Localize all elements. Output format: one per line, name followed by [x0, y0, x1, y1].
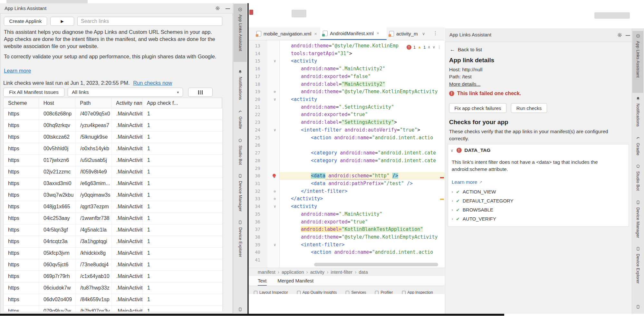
panel-minimize-icon[interactable] — [626, 35, 630, 36]
tool-strip-tab-gradle[interactable]: Gradle — [632, 135, 644, 155]
table-row[interactable]: https069p7r79rh/c1x64yab10.MainActivity1 — [4, 271, 223, 282]
code-line[interactable]: 16android:name=".MainActivity2" — [249, 65, 445, 73]
left-window-titlebar[interactable]: App Links Assistant — [0, 3, 233, 14]
fix-all-manifest-issues-button[interactable]: Fix All Manifest Issues — [3, 88, 64, 97]
table-row[interactable]: https00v5hhld0j/o0xhs14ykb.MainActivity1 — [4, 143, 223, 155]
tool-strip-tab-studio-bot[interactable]: Studio Bot — [233, 138, 247, 165]
close-tab-icon[interactable]: × — [314, 31, 317, 36]
code-line[interactable]: 19⊖android:theme="@style/Theme.KotlinEmp… — [249, 88, 445, 96]
code-line[interactable]: 36android:exported="true" — [249, 218, 445, 226]
column-header[interactable]: App check f... — [142, 98, 222, 109]
assistant-panel-titlebar[interactable]: App Links Assistant — [445, 28, 632, 42]
table-row[interactable]: https048jg1x665/qgrt37ezpm.MainActivity1 — [4, 201, 223, 213]
code-line[interactable]: 38android:theme="@style/Theme.KotlinEmpt… — [249, 233, 445, 241]
table-row[interactable]: https04r5lqn3gf/4g5nalc1la.MainActivity1 — [4, 224, 223, 236]
tool-strip-tab-device-manager[interactable]: Device Manager — [632, 200, 644, 238]
code-line[interactable]: 35android:name=".MainActivity" — [249, 211, 445, 218]
code-line[interactable]: 23android:label="SettingsActivity"> — [249, 119, 445, 126]
editor-tab-activity_m[interactable]: activity_m — [387, 27, 419, 40]
left-gear-icon[interactable] — [215, 6, 220, 12]
view-tab-text[interactable]: Text — [258, 278, 267, 286]
configure-columns-button[interactable] — [188, 88, 213, 97]
partial-tool-icon[interactable] — [238, 307, 242, 313]
code-line[interactable]: 40<action android:name="android.intent.a… — [249, 249, 445, 256]
code-line[interactable]: 17android:exported="false" — [249, 73, 445, 81]
table-row[interactable]: https008c6z68np/407e09q5x0.MainActivity1 — [4, 108, 223, 120]
panel-gear-icon[interactable] — [617, 33, 622, 39]
tool-strip-tab-notifications[interactable]: Notifications — [632, 96, 644, 127]
code-line[interactable]: 32⊖</intent-filter> — [249, 188, 445, 195]
learn-more-link[interactable]: Learn more — [4, 67, 31, 74]
tool-strip-tab-app-links-assistant[interactable]: App Links Assistant — [632, 34, 644, 78]
table-row[interactable]: https06ciudok7w/tu87hwp33z.MainActivity1 — [4, 282, 223, 294]
run-checks-now-link[interactable]: Run checks now — [133, 80, 172, 86]
prev-issue-icon[interactable]: ∧ — [428, 45, 430, 49]
more-details-link[interactable]: More details... — [449, 81, 480, 88]
code-line[interactable]: 18android:label="MainActivity2" — [249, 81, 445, 88]
data-tag-row[interactable]: ∨ ! DATA_TAG — [450, 147, 490, 153]
table-row[interactable]: https03wq7w2kbu/y0qqimaw3s.MainActivity1 — [4, 190, 223, 201]
fix-app-check-failures-button[interactable]: Fix app check failures — [449, 103, 506, 113]
code-line[interactable]: 31<data android:pathPrefix="/test" /> — [249, 180, 445, 188]
horizontal-scrollbar-thumb[interactable] — [314, 263, 438, 266]
table-row[interactable]: https00tskcza62/5lknugk9se.MainActivity1 — [4, 132, 223, 143]
links-filter-dropdown[interactable]: All links ▾ — [68, 88, 183, 97]
create-applink-button[interactable]: Create Applink — [4, 17, 47, 26]
statusbar-item-profiler[interactable]: Profiler — [375, 290, 393, 294]
code-line[interactable]: 21android:name=".SettingsActivity" — [249, 104, 445, 111]
check-row-browsable[interactable]: ›✔BROWSABLE — [452, 207, 493, 212]
fold-chevron-icon[interactable]: ∨ — [272, 126, 278, 134]
statusbar-item-app-inspection[interactable]: App Inspection — [402, 290, 433, 294]
run-checks-button[interactable]: Run checks — [511, 103, 547, 113]
statusbar-item-services[interactable]: Services — [346, 290, 366, 294]
column-header[interactable]: Host — [39, 98, 76, 109]
breadcrumb-item-application[interactable]: application — [282, 270, 304, 275]
error-stripe-red-mark[interactable] — [440, 177, 444, 178]
tool-strip-tab-app-links-assistant[interactable]: App Links Assistant — [233, 7, 247, 51]
table-row[interactable]: https05kfcp3jvm/khidckix8g.MainActivity1 — [4, 248, 223, 259]
table-row[interactable]: https017jwlxzn6/u5t2usab5j.MainActivity1 — [4, 155, 223, 166]
breadcrumb-item-manifest[interactable]: manifest — [258, 270, 275, 275]
code-line[interactable]: 37android:label="KotlinBlankTestApplicat… — [249, 226, 445, 233]
left-minimize-icon[interactable] — [226, 8, 230, 9]
data-tag-learn-more[interactable]: Learn more ↗ — [452, 179, 482, 185]
fold-chevron-icon[interactable]: ∨ — [272, 241, 278, 249]
column-header[interactable]: Activity name — [111, 98, 142, 109]
tab-kebab-icon[interactable]: ⋮ — [433, 30, 438, 36]
code-line[interactable]: 26 — [249, 142, 445, 149]
code-line[interactable]: 28<category android:name="android.intent… — [249, 157, 445, 165]
check-row-auto_verify[interactable]: ›✔AUTO_VERIFY — [452, 216, 496, 222]
editor-tab-AndroidManifest.xml[interactable]: AndroidManifest.xml× — [320, 27, 387, 40]
tool-strip-tab-studio-bot[interactable]: Studio Bot — [632, 164, 644, 191]
tool-strip-tab-device-explorer[interactable]: Device Explorer — [632, 246, 644, 284]
table-row[interactable]: https04ic253aay/1wwnfbr738.MainActivity1 — [4, 213, 223, 224]
search-links-input[interactable] — [77, 17, 222, 26]
next-issue-icon[interactable]: ∨ — [432, 45, 435, 49]
run-play-button[interactable]: ▶ — [50, 17, 74, 26]
error-count-icon[interactable]: ! — [407, 45, 411, 50]
code-line[interactable]: 24∨<intent-filter android:autoVerify="tr… — [249, 126, 445, 134]
code-line[interactable]: 22android:exported="true" — [249, 111, 445, 119]
breadcrumb-item-intent-filter[interactable]: intent-filter — [331, 270, 352, 275]
code-line[interactable]: 27<category android:name="android.intent… — [249, 149, 445, 157]
view-tab-merged-manifest[interactable]: Merged Manifest — [278, 278, 314, 286]
links-table-header[interactable]: SchemeHostPathActivity nameApp check f..… — [3, 98, 222, 108]
tab-overflow-chevron-icon[interactable]: ∨ — [422, 31, 425, 36]
column-header[interactable]: Scheme — [4, 98, 39, 109]
column-header[interactable]: Path — [75, 98, 111, 109]
editor-tab-mobile_navigation.xml[interactable]: mobile_navigation.xml× — [254, 27, 320, 40]
warning-count-icon[interactable]: ▲ — [418, 45, 421, 49]
breadcrumb-item-data[interactable]: data — [359, 270, 368, 275]
table-row[interactable]: https04rtcqtz3a/3a1hgptqgi.MainActivity1 — [4, 236, 223, 248]
fold-minus-icon[interactable]: ⊖ — [272, 88, 278, 96]
fold-chevron-icon[interactable]: ∨ — [272, 57, 278, 65]
table-row[interactable]: https00hq9zrkqv/yzu4kpeas7.MainActivity1 — [4, 120, 223, 132]
back-to-list[interactable]: ← Back to list — [450, 46, 482, 53]
statusbar-item-layout-inspector[interactable]: Layout Inspector — [254, 290, 288, 294]
close-tab-icon[interactable]: × — [377, 31, 379, 36]
table-row[interactable]: https060qv5jct6/73ne8udqj4.MainActivity1 — [4, 259, 223, 271]
code-line[interactable]: 29 — [249, 165, 445, 173]
tool-strip-tab-device-manager[interactable]: Device Manager — [233, 173, 247, 212]
code-line[interactable]: 14tools:targetApi="31"> — [249, 50, 445, 58]
code-line[interactable]: 20∨<activity — [249, 96, 445, 104]
